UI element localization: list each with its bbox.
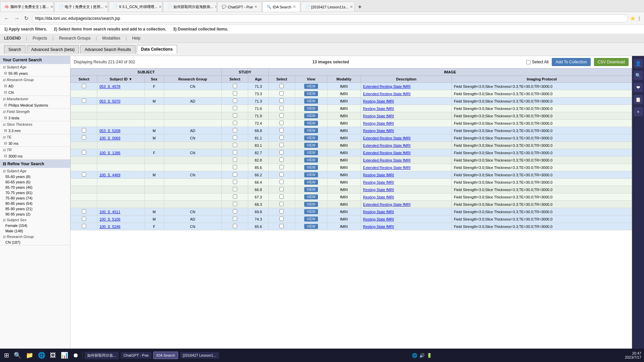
th-modality[interactable]: Modality	[327, 76, 361, 83]
tab-close[interactable]: ✕	[159, 5, 162, 9]
bookmark-icon[interactable]: ⭐	[630, 16, 635, 21]
tab-search[interactable]: Search	[4, 45, 25, 54]
age-80-85[interactable]: 80-85 years (54)	[0, 201, 70, 206]
refine-title[interactable]: ⊟ Refine Your Search	[0, 160, 70, 168]
tab-close[interactable]: ✕	[293, 5, 296, 9]
study-select-checkbox[interactable]	[233, 158, 237, 162]
image-select-checkbox[interactable]	[279, 172, 284, 177]
subject-select-checkbox[interactable]	[82, 99, 86, 103]
nav-projects[interactable]: Projects	[33, 36, 47, 41]
view-button[interactable]: VIEW	[304, 224, 318, 229]
view-button[interactable]: VIEW	[304, 202, 318, 207]
add-to-collection-button[interactable]: Add To Collection	[552, 58, 590, 66]
photo-button[interactable]: 🖼	[49, 351, 57, 360]
subject-age-group[interactable]: ⊟ Subject Age	[0, 64, 70, 70]
image-select-checkbox[interactable]	[279, 217, 284, 221]
image-select-checkbox[interactable]	[279, 106, 284, 110]
tr-group[interactable]: ⊟ TR	[0, 147, 70, 153]
image-select-checkbox[interactable]	[279, 224, 284, 228]
refine-rg-group[interactable]: ⊟ Research Group	[0, 234, 70, 240]
tab-advanced-results[interactable]: Advanced Search Results	[80, 45, 135, 54]
subject-id-link[interactable]: 100_S_5106	[99, 217, 120, 221]
image-select-checkbox[interactable]	[279, 150, 284, 155]
th-subject-id[interactable]: Subject ID ▼	[97, 76, 145, 83]
th-subject-select[interactable]: Select	[71, 76, 97, 83]
age-60-65[interactable]: 60-65 years (6)	[0, 179, 70, 185]
field-strength-group[interactable]: ⊟ Field Strength	[0, 109, 70, 115]
age-range-item[interactable]: ⊟ 55-95 years	[0, 70, 70, 76]
slice-value-item[interactable]: ⊟ 3.3 mm	[0, 127, 70, 134]
refine-age-group[interactable]: ⊟ Subject Age	[0, 168, 70, 174]
subject-select-checkbox[interactable]	[82, 128, 86, 132]
description-link[interactable]: Extended Resting State fMRI	[363, 143, 411, 147]
th-view[interactable]: View	[295, 76, 327, 83]
right-icon-5[interactable]: +	[634, 107, 643, 116]
subject-select-checkbox[interactable]	[82, 172, 86, 177]
view-button[interactable]: VIEW	[304, 187, 318, 192]
tab-chatgpt[interactable]: 💬 ChatGPT - Poe ✕	[217, 2, 262, 12]
refine-sex-group[interactable]: ⊟ Subject Sex	[0, 217, 70, 223]
subject-id-link[interactable]: 053_S_5070	[99, 99, 120, 103]
study-select-checkbox[interactable]	[233, 128, 237, 132]
select-all-checkbox[interactable]	[526, 60, 531, 64]
description-link[interactable]: Resting State fMRI	[363, 114, 394, 118]
tab-gcn[interactable]: 📄 9 3.1_GCN_咋得哩哩... ✕	[109, 2, 162, 12]
age-75-80[interactable]: 75-80 years (74)	[0, 195, 70, 201]
view-button[interactable]: VIEW	[304, 217, 318, 222]
excel-button[interactable]: 📊	[59, 350, 69, 360]
tab-close[interactable]: ✕	[350, 5, 353, 9]
image-select-checkbox[interactable]	[279, 209, 284, 214]
taskbar-lesson[interactable]: [2016427 Lesson1...	[180, 352, 219, 359]
view-button[interactable]: VIEW	[304, 143, 318, 148]
description-link[interactable]: Resting State fMRI	[363, 129, 394, 133]
menu-icon[interactable]: ⋮	[637, 16, 641, 21]
rg-cn-item[interactable]: ⊟ CN	[0, 89, 70, 96]
current-search-title[interactable]: Your Current Search	[0, 56, 70, 64]
age-90-95[interactable]: 90-95 years (2)	[0, 212, 70, 217]
description-link[interactable]: Extended Resting State fMRI	[363, 136, 411, 140]
description-link[interactable]: Resting State fMRI	[363, 217, 394, 221]
th-description[interactable]: Description	[361, 76, 452, 83]
sex-male[interactable]: Male (148)	[0, 228, 70, 234]
age-65-70[interactable]: 65-70 years (46)	[0, 185, 70, 190]
study-select-checkbox[interactable]	[233, 143, 237, 147]
tab-alzheimer[interactable]: 📄 如何获取阿尔兹海默病... ✕	[163, 2, 217, 12]
select-all-label[interactable]: Select All	[526, 60, 548, 64]
image-select-checkbox[interactable]	[279, 143, 284, 147]
study-select-checkbox[interactable]	[233, 165, 237, 169]
view-button[interactable]: VIEW	[304, 91, 318, 96]
image-select-checkbox[interactable]	[279, 165, 284, 169]
sound-icon[interactable]: 🔊	[419, 353, 425, 358]
description-link[interactable]: Extended Resting State fMRI	[363, 166, 411, 170]
view-button[interactable]: VIEW	[304, 113, 318, 118]
tab-lesson[interactable]: 📄 [2016427 Lesson11s... ✕	[301, 2, 355, 12]
description-link[interactable]: Resting State fMRI	[363, 195, 394, 199]
tab-advanced-search[interactable]: Advanced Search (beta)	[27, 45, 79, 54]
subject-select-checkbox[interactable]	[82, 135, 86, 140]
sex-female[interactable]: Female (154)	[0, 223, 70, 228]
th-protocol[interactable]: Imaging Protocol	[452, 76, 632, 83]
tab-close[interactable]: ✕	[215, 5, 217, 9]
windows-button[interactable]: ⊞	[3, 350, 10, 360]
subject-id-link[interactable]: 100_S_4469	[99, 173, 120, 177]
taskbar-ida[interactable]: IDA Search	[153, 352, 178, 359]
network-icon[interactable]: 🌐	[412, 353, 417, 358]
nav-legend[interactable]: LEGEND	[4, 36, 21, 41]
nav-help[interactable]: Help	[132, 36, 141, 41]
address-input[interactable]	[32, 14, 628, 22]
subject-id-link[interactable]: 100_S_5246	[99, 225, 120, 229]
study-select-checkbox[interactable]	[233, 187, 237, 191]
image-select-checkbox[interactable]	[279, 99, 284, 103]
study-select-checkbox[interactable]	[233, 180, 237, 184]
th-image-select[interactable]: Select	[268, 76, 295, 83]
study-select-checkbox[interactable]	[233, 172, 237, 177]
forward-button[interactable]: →	[13, 15, 21, 22]
right-icon-4[interactable]: 📋	[634, 95, 643, 104]
right-icon-2[interactable]: 🔍	[634, 71, 643, 80]
description-link[interactable]: Resting State fMRI	[363, 173, 394, 177]
search-taskbar-button[interactable]: 🔍	[12, 350, 22, 360]
view-button[interactable]: VIEW	[304, 158, 318, 163]
right-icon-1[interactable]: 👤	[634, 59, 643, 68]
taskbar-clock[interactable]: 20:47 2023/7/17	[625, 351, 641, 359]
th-study-select[interactable]: Select	[222, 76, 248, 83]
